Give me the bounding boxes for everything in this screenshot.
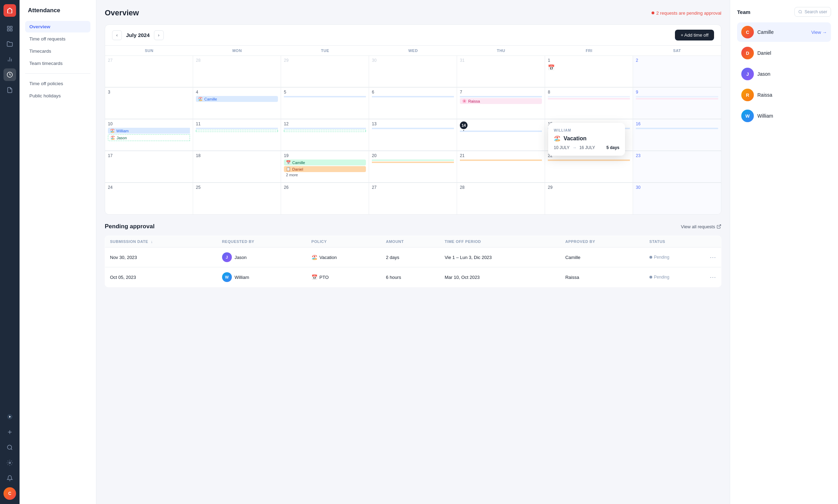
- camille-view-link[interactable]: View →: [811, 30, 827, 35]
- cal-cell-jul30: 30: [633, 183, 721, 214]
- team-member-raissa[interactable]: R Raissa: [737, 85, 831, 105]
- camille-event2[interactable]: 📅 Camille: [284, 160, 366, 165]
- sidebar-item-team-timecards[interactable]: Team timecards: [25, 58, 90, 69]
- raissa-name: Raissa: [757, 92, 827, 98]
- add-icon[interactable]: [3, 426, 16, 438]
- camille-cont5[interactable]: [636, 96, 718, 97]
- raissa-cont2[interactable]: [636, 98, 718, 99]
- sidebar-item-time-off-requests[interactable]: Time off requests: [25, 33, 90, 45]
- period-william: Mar 10, Oct 2023: [440, 267, 560, 287]
- william-cont4[interactable]: [460, 131, 542, 132]
- william-vacation-start[interactable]: 🏖️ William: [108, 128, 190, 134]
- daniel-avatar: D: [741, 47, 754, 59]
- search-box[interactable]: Search user: [794, 7, 831, 17]
- requester-jason: J Jason: [217, 247, 307, 267]
- play-icon[interactable]: [3, 410, 16, 423]
- prev-month-button[interactable]: ‹: [112, 30, 122, 40]
- status-william: Pending ···: [645, 267, 721, 287]
- svg-line-17: [801, 13, 802, 13]
- sidebar-item-overview[interactable]: Overview: [25, 21, 90, 32]
- view-all-requests-button[interactable]: View all requests: [681, 224, 721, 229]
- sidebar-item-timecards[interactable]: Timecards: [25, 45, 90, 57]
- pending-dot: [652, 12, 654, 14]
- sidebar-item-time-off-policies[interactable]: Time off policies: [25, 78, 90, 89]
- user-avatar[interactable]: C: [3, 487, 16, 500]
- calendar-week-1: 27 28 29 30 31 1 📅 2: [105, 56, 721, 88]
- raissa-cont[interactable]: [548, 98, 630, 99]
- submission-date-jason: Nov 30, 2023: [105, 247, 217, 267]
- month-nav: ‹ July 2024 ›: [112, 30, 164, 40]
- cal-cell-jul19: 19 📅 Camille 📋 Daniel 2 more: [281, 151, 369, 183]
- daniel-event[interactable]: 📋 Daniel: [284, 166, 366, 172]
- table-row: Nov 30, 2023 J Jason 🏖️ Vacation: [105, 247, 721, 267]
- page-header: Overview 2 requests are pending approval: [105, 8, 721, 17]
- team-member-william[interactable]: W William: [737, 106, 831, 126]
- document-icon[interactable]: [3, 84, 16, 96]
- app-logo[interactable]: [3, 4, 16, 17]
- col-submission-date: SUBMISSION DATE ↓: [105, 236, 217, 247]
- col-requested-by: REQUESTED BY: [217, 236, 307, 247]
- tooltip-type: 🏖️ Vacation: [554, 135, 619, 142]
- cal-cell-jul8: 8: [545, 88, 633, 119]
- camille-vacation-cont[interactable]: [284, 96, 366, 97]
- daniel-cont3[interactable]: [548, 160, 630, 161]
- col-policy: POLICY: [307, 236, 381, 247]
- requester-william: W William: [217, 267, 307, 287]
- day-header-tue: TUE: [281, 46, 369, 56]
- day-header-sun: SUN: [105, 46, 193, 56]
- william-cont2[interactable]: [284, 128, 366, 129]
- raissa-event[interactable]: 🌸 Raissa: [460, 98, 542, 104]
- team-member-camille[interactable]: C Camille View →: [737, 22, 831, 42]
- cal-cell-jul6: 6: [369, 88, 457, 119]
- tooltip-dates: 10 JULY → 16 JULY 5 days: [554, 145, 619, 150]
- tooltip-type-label: Vacation: [564, 135, 587, 142]
- sidebar-item-public-holidays[interactable]: Public holidays: [25, 90, 90, 102]
- camille-vacation-cont2[interactable]: [372, 96, 454, 97]
- jason-avatar-panel: J: [741, 68, 754, 80]
- approved-by-william: Raissa: [560, 267, 645, 287]
- william-end[interactable]: [636, 128, 718, 129]
- col-status: STATUS: [645, 236, 721, 247]
- camille-name: Camille: [757, 29, 811, 35]
- col-amount: AMOUNT: [381, 236, 440, 247]
- william-cont[interactable]: [196, 128, 278, 129]
- calendar-panel: ‹ July 2024 › + Add time off SUN MON TUE…: [105, 24, 721, 215]
- camille-vacation-event[interactable]: 🏖️ Camille: [196, 96, 278, 102]
- cal-cell-jul18: 18: [193, 151, 281, 183]
- jason-cont[interactable]: [196, 130, 278, 132]
- row-more-william[interactable]: ···: [710, 274, 716, 281]
- search-icon[interactable]: [3, 441, 16, 454]
- row-more-jason[interactable]: ···: [710, 254, 716, 261]
- folder-icon[interactable]: [3, 38, 16, 50]
- dashboard-icon[interactable]: [3, 22, 16, 35]
- jason-cont2[interactable]: [284, 130, 366, 132]
- camille-cont6[interactable]: [372, 160, 454, 161]
- icon-bar: C: [0, 0, 20, 504]
- team-member-daniel[interactable]: D Daniel: [737, 43, 831, 63]
- attendance-icon[interactable]: [3, 68, 16, 81]
- today-indicator: 14 •: [460, 121, 468, 129]
- amount-jason: 2 days: [381, 247, 440, 267]
- pending-badge: 2 requests are pending approval: [652, 10, 721, 16]
- more-events[interactable]: 2 more: [284, 172, 366, 178]
- cal-cell-jun27: 27: [105, 56, 193, 87]
- cal-cell-jun28: 28: [193, 56, 281, 87]
- camille-vacation-cont3[interactable]: [460, 96, 542, 97]
- tooltip-to: 16 JULY: [579, 145, 595, 150]
- pending-section: Pending approval View all requests SUBMI…: [105, 223, 721, 287]
- settings-icon[interactable]: [3, 457, 16, 469]
- team-member-jason[interactable]: J Jason: [737, 64, 831, 84]
- william-cont3[interactable]: [372, 128, 454, 129]
- cal-cell-jul7: 7 🌸 Raissa: [457, 88, 545, 119]
- jason-event-start[interactable]: 🏖️ Jason: [108, 134, 190, 141]
- camille-cont4[interactable]: [548, 96, 630, 97]
- add-time-off-button[interactable]: + Add time off: [675, 30, 714, 40]
- daniel-cont2[interactable]: [460, 160, 542, 161]
- team-label: Team: [737, 9, 750, 15]
- next-month-button[interactable]: ›: [154, 30, 164, 40]
- chart-icon[interactable]: [3, 53, 16, 66]
- cal-cell-jul22: 22: [545, 151, 633, 183]
- calendar-week-2: 3 4 🏖️ Camille 5 6: [105, 88, 721, 119]
- daniel-cont[interactable]: [372, 162, 454, 163]
- bell-icon[interactable]: [3, 472, 16, 484]
